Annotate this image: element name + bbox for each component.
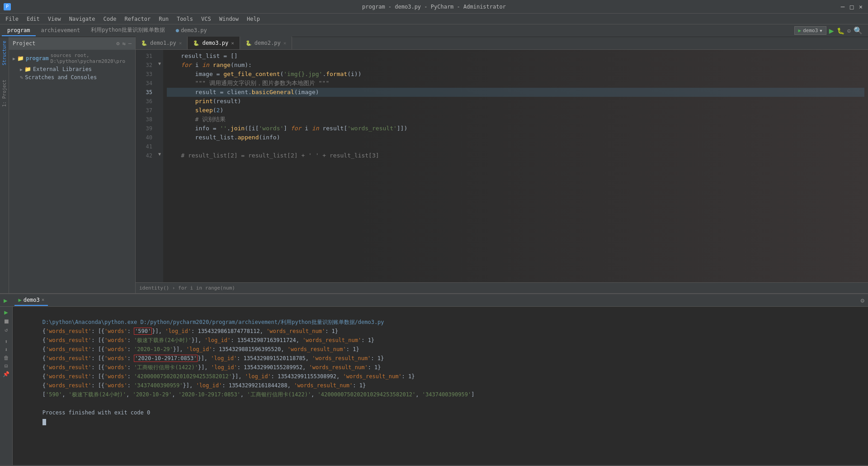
collapse-icon[interactable]: ⚙ xyxy=(116,40,119,47)
code-line-42: # result_list[2] = result_list[2] + ' ' … xyxy=(167,151,864,160)
demo3-label: demo3.py xyxy=(202,40,228,46)
run-play-icon[interactable]: ▶ xyxy=(4,309,8,316)
gear-icon[interactable]: ⇆ xyxy=(123,40,126,47)
run-tab-close[interactable]: × xyxy=(42,297,45,303)
title-bar-controls[interactable]: ─ □ × xyxy=(839,3,864,10)
editor-area: 🐍 demo1.py × 🐍 demo3.py × 🐍 demo2.py × 3… xyxy=(136,37,868,293)
rerun-button[interactable]: ▶ xyxy=(4,297,7,304)
editor-tabs: 🐍 demo1.py × 🐍 demo3.py × 🐍 demo2.py × xyxy=(136,37,868,50)
demo2-icon: 🐍 xyxy=(245,40,252,46)
highlight-date: '2020-10-2917:0853' xyxy=(134,355,198,362)
project-tab-vertical[interactable]: 1: Project xyxy=(1,78,8,109)
breadcrumb-path: identity() › for i in range(num) xyxy=(139,285,235,291)
project-tree: ▶ 📁 program sources root, D:\python\pych… xyxy=(9,50,135,293)
gutter-fold-32[interactable]: ▼ xyxy=(156,59,163,68)
tab-archievement[interactable]: archievement xyxy=(36,25,86,36)
run-config-label: demo3 xyxy=(803,28,818,33)
run-controls: ▶ xyxy=(4,297,7,304)
pin-icon[interactable]: 📌 xyxy=(3,371,9,377)
tree-item-program[interactable]: ▶ 📁 program sources root, D:\python\pych… xyxy=(9,52,135,65)
main-layout: Structure 1: Project Project ⚙ ⇆ — ▶ 📁 p… xyxy=(0,37,868,293)
code-line-33: image = get_file_content('img{}.jpg'.for… xyxy=(167,70,864,79)
project-panel-title: Project xyxy=(13,40,36,47)
menu-help[interactable]: Help xyxy=(243,15,264,23)
finish-text: Process finished with exit code 0 xyxy=(42,409,150,416)
tab-demo3-project[interactable]: ● demo3.py xyxy=(170,25,212,36)
tab-demo3-icon: ● xyxy=(176,27,179,33)
minimize-button[interactable]: ─ xyxy=(839,3,846,10)
line-num-31: 31 xyxy=(136,52,152,61)
close-panel-icon[interactable]: — xyxy=(128,40,132,47)
line-num-36: 36 xyxy=(136,97,152,106)
menu-refactor[interactable]: Refactor xyxy=(121,15,154,23)
run-output: D:\python\Anaconda\python.exe D:/python/… xyxy=(13,307,868,465)
demo2-close[interactable]: × xyxy=(283,40,287,46)
tree-item-scratches[interactable]: ✎ Scratches and Consoles xyxy=(9,73,135,81)
tree-label-extlibs: External Libraries xyxy=(33,66,92,72)
menu-vcs[interactable]: VCS xyxy=(198,15,215,23)
folder-icon-scratches: ✎ xyxy=(20,74,23,81)
line-num-42: 42 xyxy=(136,151,152,160)
tree-arrow-extlibs: ▶ xyxy=(20,67,23,72)
editor-tab-demo1[interactable]: 🐍 demo1.py × xyxy=(136,37,188,49)
coverage-button[interactable]: ⊙ xyxy=(847,27,851,34)
menu-edit[interactable]: Edit xyxy=(23,15,43,23)
run-tab-demo3[interactable]: ▶ demo3 × xyxy=(14,295,48,306)
structure-tab[interactable]: Structure xyxy=(1,39,8,67)
tree-item-extlibs[interactable]: ▶ 📁 External Libraries xyxy=(9,65,135,73)
line-num-40: 40 xyxy=(136,133,152,142)
line-num-34: 34 xyxy=(136,79,152,88)
menu-bar: File Edit View Navigate Code Refactor Ru… xyxy=(0,14,868,24)
menu-navigate[interactable]: Navigate xyxy=(66,15,99,23)
code-content[interactable]: result_list = [] for i in range(num): im… xyxy=(163,50,868,282)
project-panel-icons: ⚙ ⇆ — xyxy=(116,40,132,47)
run-config-selector[interactable]: ▶ demo3 ▼ xyxy=(794,26,826,35)
code-line-36: print(result) xyxy=(167,97,864,106)
clear-icon[interactable]: 🗑 xyxy=(4,355,9,361)
line-num-39: 39 xyxy=(136,124,152,133)
line-numbers: 31 32 33 34 35 36 37 38 39 40 41 42 xyxy=(136,50,156,282)
demo1-icon: 🐍 xyxy=(141,40,147,46)
line-num-32: 32 xyxy=(136,61,152,70)
highlight-590: '590' xyxy=(134,328,152,335)
editor-tab-demo2[interactable]: 🐍 demo2.py × xyxy=(240,37,292,49)
folder-icon-extlibs: 📁 xyxy=(24,66,31,72)
demo3-close[interactable]: × xyxy=(231,40,234,46)
run-config-dropdown-icon: ▼ xyxy=(820,29,822,33)
gutter-fold-42[interactable]: ▼ xyxy=(156,149,163,158)
line-num-35: 35 xyxy=(136,88,152,97)
filter-icon[interactable]: ⊟ xyxy=(5,363,8,369)
menu-code[interactable]: Code xyxy=(100,15,120,23)
run-rerun-icon[interactable]: ↺ xyxy=(5,327,8,333)
maximize-button[interactable]: □ xyxy=(848,3,855,10)
editor-tab-demo3[interactable]: 🐍 demo3.py × xyxy=(188,37,240,49)
menu-view[interactable]: View xyxy=(44,15,65,23)
menu-file[interactable]: File xyxy=(2,15,22,23)
title-bar: P program - demo3.py - PyCharm - Adminis… xyxy=(0,0,868,14)
tab-chinese[interactable]: 利用python批量识别账单数据 xyxy=(85,24,170,37)
demo1-label: demo1.py xyxy=(150,40,176,46)
demo3-icon: 🐍 xyxy=(193,40,199,46)
debug-button[interactable]: 🐛 xyxy=(837,27,844,34)
close-button[interactable]: × xyxy=(857,3,864,10)
run-panel-right-icons: ⚙ xyxy=(861,297,864,304)
scroll-end-icon[interactable]: ⬇ xyxy=(5,347,8,353)
menu-run[interactable]: Run xyxy=(155,15,172,23)
run-config-icon: ▶ xyxy=(798,28,802,33)
menu-tools[interactable]: Tools xyxy=(173,15,197,23)
scroll-up-icon[interactable]: ⬆ xyxy=(5,338,8,345)
search-everywhere-button[interactable]: 🔍 xyxy=(854,26,863,35)
tab-program[interactable]: program xyxy=(2,25,36,36)
line-num-38: 38 xyxy=(136,115,152,124)
demo1-close[interactable]: × xyxy=(179,40,182,46)
run-stop-icon[interactable]: ⏹ xyxy=(3,318,9,325)
menu-window[interactable]: Window xyxy=(216,15,242,23)
breadcrumb: identity() › for i in range(num) xyxy=(136,282,868,293)
run-panel-body: ▶ ⏹ ↺ ⬆ ⬇ 🗑 ⊟ 📌 D:\python\Anaconda\pytho… xyxy=(0,307,868,465)
code-line-37: sleep(2) xyxy=(167,106,864,115)
run-settings-icon[interactable]: ⚙ xyxy=(861,297,864,304)
code-editor[interactable]: 31 32 33 34 35 36 37 38 39 40 41 42 ▼ xyxy=(136,50,868,282)
code-line-34: """ 调用通用文字识别，图片参数为本地图片 """ xyxy=(167,79,864,88)
run-button[interactable]: ▶ xyxy=(829,26,834,35)
code-line-41 xyxy=(167,142,864,151)
